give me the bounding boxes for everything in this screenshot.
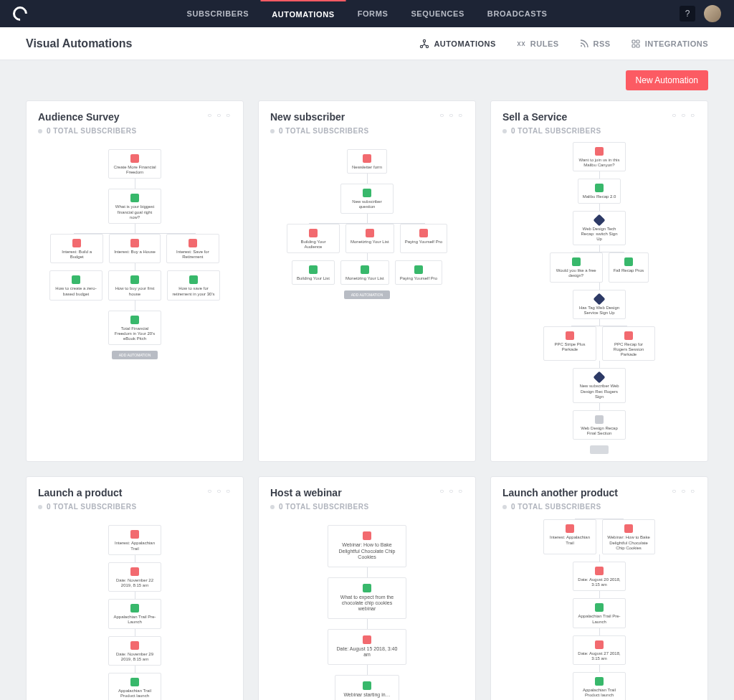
add-automation-chip[interactable] — [590, 445, 609, 454]
flow-node[interactable]: Has Tag Web Design Service Sign Up — [573, 290, 626, 319]
dot-icon — [270, 505, 275, 509]
flow-node[interactable]: Interest: Buy a House — [109, 234, 161, 263]
integrations-icon — [631, 39, 641, 49]
flow-node[interactable]: How to save for retirement in your 30's — [167, 270, 220, 300]
card-menu-icon[interactable]: ○ ○ ○ — [207, 111, 232, 119]
flow-node[interactable]: Date: November 22 2019, 8:15 am — [108, 562, 161, 592]
nav-broadcasts[interactable]: BROADCASTS — [476, 0, 559, 27]
flow-node[interactable]: Web Design Tech Recap: switch Sign Up — [573, 211, 626, 246]
dot-icon — [38, 505, 42, 509]
card-audience-survey[interactable]: Audience Survey ○ ○ ○ 0 TOTAL SUBSCRIBER… — [26, 100, 244, 462]
card-launch-another-product[interactable]: Launch another product ○ ○ ○ 0 TOTAL SUB… — [490, 476, 708, 700]
avatar[interactable] — [704, 5, 721, 22]
flow-node[interactable]: What is your biggest financial goal righ… — [108, 189, 161, 224]
flow-node[interactable]: Want to join us in this Malibu Canyon? — [573, 142, 626, 171]
page-body: New Automation Audience Survey ○ ○ ○ 0 T… — [0, 60, 734, 700]
help-button[interactable]: ? — [680, 6, 695, 22]
event-icon — [624, 257, 633, 266]
nav-subscribers[interactable]: SUBSCRIBERS — [176, 0, 261, 27]
flow-node[interactable]: How to buy your first house — [108, 270, 161, 300]
tag-icon — [309, 229, 318, 237]
flow-node[interactable]: Web Design Recap Final Section — [573, 410, 626, 440]
subnav-rules[interactable]: RULES — [516, 39, 559, 49]
flow-node[interactable]: Interest: Appalachian Trail — [543, 519, 596, 554]
event-icon — [363, 681, 371, 690]
card-new-subscriber[interactable]: New subscriber ○ ○ ○ 0 TOTAL SUBSCRIBERS… — [258, 100, 476, 462]
flow-node[interactable]: Appalachian Trail Product launch — [108, 673, 161, 700]
flow-node[interactable]: Webinar: How to Bake Delightful Chocolat… — [602, 519, 655, 554]
subnav-integrations[interactable]: INTEGRATIONS — [631, 39, 708, 49]
flow-node[interactable]: Date: August 27 2018, 3:15 am — [573, 635, 626, 665]
flow-node[interactable]: Webinar starting in… — [335, 675, 399, 701]
flow-node[interactable]: Building Your Audience — [287, 224, 340, 253]
flow-node[interactable]: Appalachian Trail Product launch — [573, 672, 626, 700]
dot-icon — [38, 129, 42, 133]
card-menu-icon[interactable]: ○ ○ ○ — [439, 487, 464, 495]
card-menu-icon[interactable]: ○ ○ ○ — [207, 487, 232, 495]
flow-node[interactable]: What to expect from the chocolate chip c… — [328, 577, 406, 619]
add-automation-chip[interactable]: ADD AUTOMATION — [344, 290, 391, 299]
tag-icon — [419, 229, 428, 237]
event-icon — [363, 584, 371, 592]
card-subscriber-count: 0 TOTAL SUBSCRIBERS — [502, 503, 696, 511]
card-menu-icon[interactable]: ○ ○ ○ — [672, 111, 696, 119]
subnav-automations[interactable]: AUTOMATIONS — [419, 39, 495, 49]
event-icon — [130, 275, 139, 284]
flow-node[interactable]: Malibu Recap 2.0 — [578, 179, 621, 203]
page-title: Visual Automations — [26, 37, 132, 50]
date-icon — [595, 640, 604, 649]
flow-node[interactable]: New subscriber question — [340, 184, 394, 213]
card-sell-service[interactable]: Sell a Service ○ ○ ○ 0 TOTAL SUBSCRIBERS… — [490, 100, 708, 462]
date-icon — [130, 641, 139, 650]
flow-node[interactable]: Date: November 29 2019, 8:15 am — [108, 636, 161, 666]
flow-node[interactable]: New subscriber Web Design Rec Rogers Sig… — [573, 368, 626, 403]
flow-node[interactable]: How to create a zero-based budget — [49, 270, 103, 300]
flow-node[interactable]: Total Financial Freedom in Your 20's eBo… — [108, 311, 161, 346]
flow-node[interactable]: Building Your List — [292, 260, 335, 285]
flow-diagram: Want to join us in this Malibu Canyon? M… — [502, 135, 696, 454]
condition-icon — [594, 293, 606, 305]
form-icon — [363, 531, 371, 540]
flow-node[interactable]: Paying Yourself Pro — [395, 260, 442, 285]
flow-diagram: Webinar: How to Bake Delightful Chocolat… — [270, 511, 464, 700]
card-title: Launch another product — [502, 487, 618, 498]
flow-node[interactable]: Fall Recap Pros — [609, 252, 649, 282]
flow-node[interactable]: Interest: Build a Budget — [50, 234, 103, 263]
nav-forms[interactable]: FORMS — [346, 0, 400, 27]
event-icon — [309, 265, 318, 274]
sub-header: Visual Automations AUTOMATIONS RULES RSS… — [0, 27, 734, 60]
card-subscriber-count: 0 TOTAL SUBSCRIBERS — [38, 127, 232, 135]
tag-icon — [566, 331, 574, 340]
flow-node[interactable]: Date: August 15 2018, 3:40 am — [328, 629, 406, 665]
nav-automations[interactable]: AUTOMATIONS — [260, 0, 345, 27]
flow-node[interactable]: PPC Recap for Rogers Session Parkade — [602, 326, 655, 361]
new-automation-button[interactable]: New Automation — [626, 70, 708, 90]
flow-node[interactable]: Would you like a free design? — [550, 252, 603, 282]
flow-node[interactable]: Appalachian Trail Pre-Launch — [108, 599, 161, 628]
flow-diagram: Newsletter form New subscriber question … — [270, 135, 464, 454]
flow-node[interactable]: Create More Financial Freedom — [108, 149, 161, 179]
flow-node[interactable]: Newsletter form — [347, 149, 387, 174]
event-icon — [572, 257, 581, 266]
flow-node[interactable]: Paying Yourself Pro — [400, 224, 447, 253]
subnav-rss[interactable]: RSS — [579, 39, 611, 49]
card-launch-product[interactable]: Launch a product ○ ○ ○ 0 TOTAL SUBSCRIBE… — [26, 476, 244, 700]
flow-node[interactable]: Interest: Appalachian Trail — [108, 525, 161, 554]
flow-node[interactable]: PPC Stripe Plus Parkade — [543, 326, 596, 361]
flow-node[interactable]: Date: August 20 2018, 3:15 am — [573, 562, 626, 591]
flow-node[interactable]: Monetizing Your List — [340, 260, 389, 285]
card-menu-icon[interactable]: ○ ○ ○ — [672, 487, 696, 495]
flow-node[interactable]: Webinar: How to Bake Delightful Chocolat… — [328, 525, 406, 567]
add-automation-chip[interactable]: ADD AUTOMATION — [112, 351, 158, 359]
flow-node[interactable]: Appalachian Trail Pre-Launch — [573, 598, 626, 628]
flow-node[interactable]: Monetizing Your List — [345, 224, 394, 253]
card-menu-icon[interactable]: ○ ○ ○ — [439, 111, 464, 119]
nav-sequences[interactable]: SEQUENCES — [399, 0, 475, 27]
event-icon — [595, 184, 604, 192]
logo[interactable] — [13, 0, 49, 27]
flow-node[interactable]: Interest: Save for Retirement — [166, 234, 219, 263]
event-icon — [595, 677, 604, 686]
card-host-webinar[interactable]: Host a webinar ○ ○ ○ 0 TOTAL SUBSCRIBERS… — [258, 476, 476, 700]
subnav-label: INTEGRATIONS — [645, 39, 708, 48]
nav-center: SUBSCRIBERS AUTOMATIONS FORMS SEQUENCES … — [176, 0, 559, 27]
